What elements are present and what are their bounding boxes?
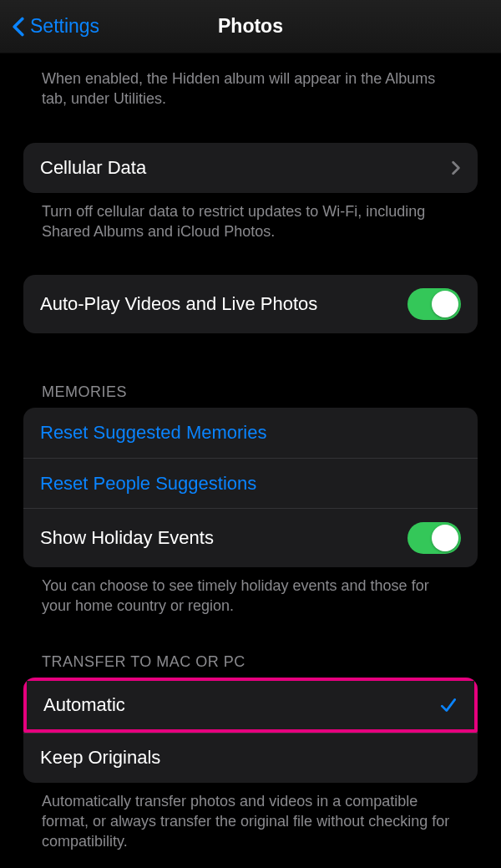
chevron-right-icon xyxy=(451,160,461,175)
reset-suggested-memories-row[interactable]: Reset Suggested Memories xyxy=(23,408,478,458)
automatic-label: Automatic xyxy=(43,694,125,716)
chevron-left-icon xyxy=(12,17,25,37)
transfer-footer: Automatically transfer photos and videos… xyxy=(18,783,483,852)
memories-footer: You can choose to see timely holiday eve… xyxy=(18,567,483,617)
holiday-toggle[interactable] xyxy=(407,522,461,554)
reset-people-label: Reset People Suggestions xyxy=(40,473,256,495)
transfer-group: Automatic Keep Originals xyxy=(23,678,478,783)
memories-header: MEMORIES xyxy=(18,383,483,408)
cellular-footer: Turn off cellular data to restrict updat… xyxy=(18,193,483,242)
navigation-bar: Settings Photos xyxy=(0,0,501,53)
back-button[interactable]: Settings xyxy=(0,15,99,38)
memories-group: Reset Suggested Memories Reset People Su… xyxy=(23,408,478,567)
autoplay-group: Auto-Play Videos and Live Photos xyxy=(23,275,478,333)
hidden-album-footer: When enabled, the Hidden album will appe… xyxy=(18,53,483,109)
automatic-row[interactable]: Automatic xyxy=(23,678,478,733)
autoplay-label: Auto-Play Videos and Live Photos xyxy=(40,293,317,315)
reset-suggested-label: Reset Suggested Memories xyxy=(40,422,266,444)
autoplay-row[interactable]: Auto-Play Videos and Live Photos xyxy=(23,275,478,333)
checkmark-icon xyxy=(439,696,458,714)
keep-originals-label: Keep Originals xyxy=(40,747,160,769)
holiday-label: Show Holiday Events xyxy=(40,527,214,549)
cellular-data-row[interactable]: Cellular Data xyxy=(23,143,478,193)
autoplay-toggle[interactable] xyxy=(407,288,461,320)
back-label: Settings xyxy=(30,15,99,38)
reset-people-suggestions-row[interactable]: Reset People Suggestions xyxy=(23,458,478,508)
show-holiday-events-row[interactable]: Show Holiday Events xyxy=(23,508,478,567)
cellular-group: Cellular Data xyxy=(23,143,478,193)
cellular-data-label: Cellular Data xyxy=(40,157,146,179)
transfer-header: TRANSFER TO MAC OR PC xyxy=(18,653,483,678)
page-title: Photos xyxy=(218,15,283,38)
keep-originals-row[interactable]: Keep Originals xyxy=(23,733,478,783)
